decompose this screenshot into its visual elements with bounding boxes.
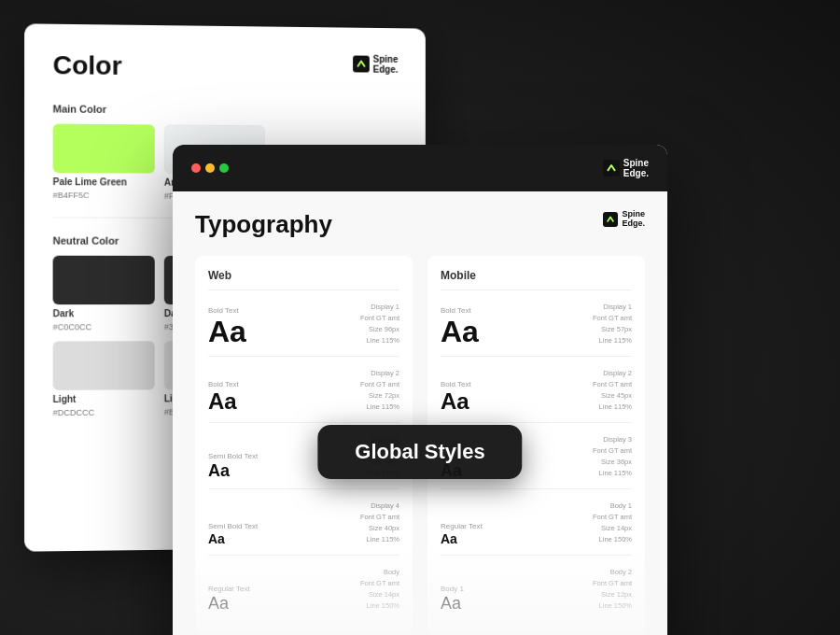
typography-title: Typography <box>195 210 332 239</box>
typo-row-mob-body: Body 1 Aa Body 2Font GT amtSize 12pxLine… <box>441 567 632 621</box>
typo-row-web-d1-left: Bold Text Aa <box>208 306 246 346</box>
typo-row-mob-d2-right: Display 2Font GT amtSize 45pxLine 115% <box>593 368 632 413</box>
typo-row-web-body-right: BodyFont GT amtSize 14pxLine 150% <box>360 567 399 612</box>
color-card-title: Color <box>53 50 122 81</box>
typo-row-web-d4-right: Display 4Font GT amtSize 40pxLine 115% <box>360 501 399 545</box>
swatch-dark-1: Dark #C0C0CC <box>53 256 155 332</box>
swatch-light-1-box <box>53 341 155 390</box>
sample-mob-d1: Aa <box>441 317 479 346</box>
sample-web-d2: Aa <box>208 390 239 413</box>
typo-logo: SpineEdge. <box>603 158 649 178</box>
typo-row-mob-d3-right: Display 3Font GT amtSize 36pxLine 115% <box>593 434 632 479</box>
label-web-body: Regular Text <box>208 585 250 593</box>
label-mob-body: Body 1 <box>441 585 464 593</box>
typo-row-mob-d2: Bold Text Aa Display 2Font GT amtSize 45… <box>441 368 632 423</box>
typo-row-mob-body-right: Body 2Font GT amtSize 12pxLine 150% <box>593 567 632 612</box>
label-web-d1: Bold Text <box>208 306 246 315</box>
label-mob-d4: Regular Text <box>441 522 483 530</box>
sample-web-d1: Aa <box>208 317 246 346</box>
typo-row-mob-d4-right: Body 1Font GT amtSize 14pxLine 150% <box>593 501 632 545</box>
typo-logo-text: SpineEdge. <box>623 158 649 178</box>
typo-row-mob-d1-left: Bold Text Aa <box>441 306 479 346</box>
label-mob-d2: Bold Text <box>441 380 471 388</box>
label-web-d4: Semi Bold Text <box>208 522 258 530</box>
spine-logo-icon <box>353 55 370 72</box>
detail-web-d4: Display 4Font GT amtSize 40pxLine 115% <box>360 501 399 545</box>
typography-header-bar: SpineEdge. <box>173 145 667 191</box>
swatch-lime-name: Pale Lime Green <box>53 176 155 188</box>
sample-web-d4: Aa <box>208 532 258 545</box>
swatch-light-1-name: Light <box>53 393 155 404</box>
detail-mob-d3: Display 3Font GT amtSize 36pxLine 115% <box>593 434 632 479</box>
detail-web-d2: Display 2Font GT amtSize 72pxLine 115% <box>360 368 399 413</box>
sample-mob-d2: Aa <box>441 390 471 413</box>
color-logo-text: SpineEdge. <box>373 54 399 75</box>
swatch-lime-hex: #B4FF5C <box>53 190 155 201</box>
detail-web-d1: Display 1Font GT amtSize 96pxLine 115% <box>360 302 399 346</box>
typo-row-web-d4-left: Semi Bold Text Aa <box>208 522 258 545</box>
detail-mob-d1: Display 1Font GT amtSize 57pxLine 115% <box>593 302 632 346</box>
swatch-dark-1-name: Dark <box>53 308 155 318</box>
typo-row-web-d4: Semi Bold Text Aa Display 4Font GT amtSi… <box>208 501 399 556</box>
web-col-header: Web <box>208 269 399 290</box>
typo-row-web-d1-right: Display 1Font GT amtSize 96pxLine 115% <box>360 302 399 346</box>
global-styles-tooltip: Global Styles <box>317 425 522 479</box>
tooltip-label: Global Styles <box>355 440 484 463</box>
sample-web-body: Aa <box>208 595 250 612</box>
window-dots <box>191 163 229 173</box>
swatch-light-1: Light #DCDCCC <box>53 341 155 417</box>
typography-body: Typography SpineEdge. Web Bold Text Aa <box>173 191 667 635</box>
typo-row-mob-d2-left: Bold Text Aa <box>441 380 471 413</box>
label-web-d3: Semi Bold Text <box>208 452 258 460</box>
typography-card: SpineEdge. Typography SpineEdge. Web <box>173 145 667 635</box>
color-card-logo: SpineEdge. <box>353 53 399 74</box>
typo-row-web-d2-left: Bold Text Aa <box>208 380 239 413</box>
typo-row-mob-body-left: Body 1 Aa <box>441 585 464 612</box>
dot-green <box>219 163 229 173</box>
typo-row-mob-d4-left: Regular Text Aa <box>441 522 483 545</box>
typo-row-web-d2: Bold Text Aa Display 2Font GT amtSize 72… <box>208 368 399 423</box>
body-logo-text: SpineEdge. <box>622 210 645 229</box>
sample-web-d3: Aa <box>208 462 258 479</box>
sample-mob-body: Aa <box>441 595 464 612</box>
typo-row-web-body: Regular Text Aa BodyFont GT amtSize 14px… <box>208 567 399 621</box>
swatch-lime: Pale Lime Green #B4FF5C <box>53 124 155 201</box>
typo-row-web-d2-right: Display 2Font GT amtSize 72pxLine 115% <box>360 368 399 413</box>
dot-yellow <box>205 163 215 173</box>
typo-row-mob-d4: Regular Text Aa Body 1Font GT amtSize 14… <box>441 501 632 556</box>
sample-mob-d4: Aa <box>441 532 483 545</box>
typo-row-mob-d1: Bold Text Aa Display 1Font GT amtSize 57… <box>441 302 632 357</box>
detail-mob-d2: Display 2Font GT amtSize 45pxLine 115% <box>593 368 632 413</box>
dot-red <box>191 163 201 173</box>
typo-logo-icon <box>603 160 620 176</box>
detail-web-body: BodyFont GT amtSize 14pxLine 150% <box>360 567 399 612</box>
detail-mob-body: Body 2Font GT amtSize 12pxLine 150% <box>593 567 632 612</box>
label-mob-d1: Bold Text <box>441 306 479 315</box>
typo-row-web-body-left: Regular Text Aa <box>208 585 250 612</box>
typo-row-web-d3-left: Semi Bold Text Aa <box>208 452 258 479</box>
swatch-dark-1-hex: #C0C0CC <box>53 322 155 332</box>
detail-mob-d4: Body 1Font GT amtSize 14pxLine 150% <box>593 501 632 545</box>
typo-title-row: Typography SpineEdge. <box>195 210 645 239</box>
label-web-d2: Bold Text <box>208 380 239 388</box>
typo-row-web-d1: Bold Text Aa Display 1Font GT amtSize 96… <box>208 302 399 357</box>
main-color-label: Main Color <box>53 103 399 117</box>
swatch-light-1-hex: #DCDCCC <box>53 407 155 417</box>
body-logo-icon <box>603 212 618 227</box>
swatch-lime-box <box>53 124 155 174</box>
swatch-dark-1-box <box>53 256 155 304</box>
typo-row-mob-d1-right: Display 1Font GT amtSize 57pxLine 115% <box>593 302 632 346</box>
typo-body-logo: SpineEdge. <box>603 210 645 229</box>
mobile-col-header: Mobile <box>441 269 632 290</box>
